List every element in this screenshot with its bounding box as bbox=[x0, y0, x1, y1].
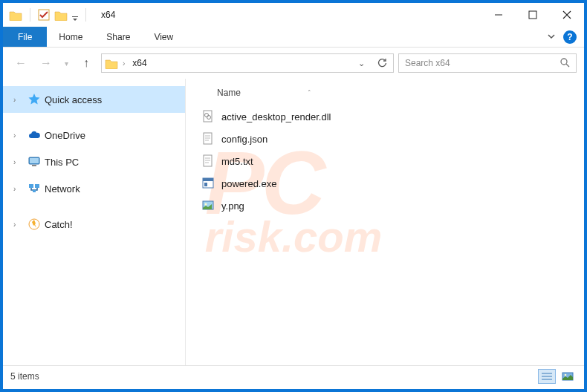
file-name: config.json bbox=[221, 134, 267, 145]
sidebar-item-label: This PC bbox=[45, 157, 79, 168]
sidebar-item-label: Network bbox=[45, 183, 80, 195]
svg-rect-27 bbox=[203, 178, 213, 181]
address-dropdown-icon[interactable]: ⌄ bbox=[353, 59, 369, 68]
sidebar-item-label: OneDrive bbox=[45, 130, 85, 141]
help-icon[interactable]: ? bbox=[563, 30, 577, 44]
up-button[interactable]: ↑ bbox=[76, 53, 97, 74]
window-title: x64 bbox=[101, 10, 115, 20]
search-placeholder: Search x64 bbox=[405, 58, 560, 68]
navigation-pane: ›Quick access›OneDrive›This PC›Network›C… bbox=[3, 79, 186, 365]
file-name: powered.exe bbox=[221, 178, 276, 189]
ribbon-expand-icon[interactable] bbox=[547, 30, 556, 44]
close-button[interactable] bbox=[550, 4, 584, 26]
cloud-icon bbox=[27, 128, 42, 143]
tab-file[interactable]: File bbox=[3, 27, 47, 47]
svg-point-6 bbox=[561, 59, 567, 65]
svg-line-7 bbox=[566, 64, 569, 67]
checkmark-icon[interactable] bbox=[38, 9, 50, 21]
file-name: y.png bbox=[221, 200, 244, 212]
catch-icon bbox=[27, 217, 42, 232]
column-name-label: Name bbox=[217, 88, 241, 98]
sort-indicator-icon: ˄ bbox=[308, 89, 311, 97]
status-bar: 5 items bbox=[3, 365, 584, 386]
star-icon bbox=[27, 92, 42, 107]
back-button[interactable]: ← bbox=[10, 53, 31, 74]
chevron-right-icon[interactable]: › bbox=[13, 185, 24, 193]
address-bar: ← → ▾ ↑ › x64 ⌄ Search x64 bbox=[3, 48, 584, 79]
svg-rect-28 bbox=[204, 183, 207, 186]
column-header-name[interactable]: Name ˄ bbox=[196, 85, 584, 105]
search-icon[interactable] bbox=[560, 57, 570, 70]
file-row[interactable]: active_desktop_render.dll bbox=[196, 105, 584, 128]
breadcrumb[interactable]: x64 bbox=[129, 58, 149, 68]
qat-dropdown-icon[interactable] bbox=[72, 12, 78, 18]
file-name: md5.txt bbox=[221, 156, 253, 167]
file-exe-icon bbox=[201, 176, 215, 191]
maximize-button[interactable] bbox=[516, 4, 550, 26]
pc-icon bbox=[27, 154, 42, 169]
ribbon: File Home Share View ? bbox=[3, 27, 584, 48]
svg-point-35 bbox=[565, 373, 567, 376]
svg-rect-9 bbox=[30, 158, 39, 163]
file-text-icon bbox=[201, 131, 215, 146]
sidebar-item-label: Catch! bbox=[45, 219, 73, 230]
forward-button[interactable]: → bbox=[36, 53, 56, 74]
folder-icon bbox=[9, 10, 22, 21]
chevron-right-icon[interactable]: › bbox=[123, 59, 125, 68]
item-count: 5 items bbox=[10, 371, 39, 382]
details-view-button[interactable] bbox=[538, 369, 556, 384]
file-row[interactable]: config.json bbox=[196, 128, 584, 150]
chevron-right-icon[interactable]: › bbox=[13, 96, 24, 104]
tab-home[interactable]: Home bbox=[47, 27, 94, 47]
file-dll-icon bbox=[201, 109, 215, 124]
address-box[interactable]: › x64 ⌄ bbox=[101, 53, 394, 73]
search-input[interactable]: Search x64 bbox=[398, 53, 577, 73]
svg-point-30 bbox=[205, 203, 207, 206]
file-row[interactable]: md5.txt bbox=[196, 150, 584, 172]
file-row[interactable]: powered.exe bbox=[196, 172, 584, 195]
chevron-right-icon[interactable]: › bbox=[13, 131, 24, 140]
svg-rect-10 bbox=[32, 165, 36, 166]
tab-view[interactable]: View bbox=[142, 27, 185, 47]
sidebar-item-label: Quick access bbox=[45, 94, 102, 105]
sidebar-item-this-pc[interactable]: ›This PC bbox=[3, 148, 185, 175]
svg-rect-11 bbox=[29, 184, 33, 188]
svg-rect-1 bbox=[72, 16, 78, 17]
sidebar-item-quick-access[interactable]: ›Quick access bbox=[3, 86, 185, 113]
sidebar-item-onedrive[interactable]: ›OneDrive bbox=[3, 122, 185, 148]
file-list: Name ˄ active_desktop_render.dllconfig.j… bbox=[186, 79, 584, 365]
sidebar-item-network[interactable]: ›Network bbox=[3, 175, 185, 202]
titlebar: x64 bbox=[3, 3, 584, 27]
tab-share[interactable]: Share bbox=[94, 27, 142, 47]
file-row[interactable]: y.png bbox=[196, 195, 584, 217]
refresh-icon[interactable] bbox=[374, 58, 390, 68]
svg-rect-3 bbox=[529, 11, 536, 19]
svg-rect-13 bbox=[33, 190, 36, 192]
svg-rect-12 bbox=[35, 184, 39, 188]
network-icon bbox=[27, 181, 42, 196]
file-name: active_desktop_render.dll bbox=[221, 111, 331, 122]
folder-icon[interactable] bbox=[54, 10, 68, 21]
chevron-right-icon[interactable]: › bbox=[13, 158, 24, 166]
sidebar-item-catch-[interactable]: ›Catch! bbox=[3, 211, 185, 238]
thumbnails-view-button[interactable] bbox=[559, 369, 577, 384]
file-text-icon bbox=[201, 154, 215, 169]
chevron-right-icon[interactable]: › bbox=[13, 220, 24, 229]
minimize-button[interactable] bbox=[481, 4, 516, 26]
recent-dropdown-icon[interactable]: ▾ bbox=[61, 53, 71, 74]
folder-icon bbox=[105, 58, 118, 69]
file-image-icon bbox=[201, 198, 215, 213]
